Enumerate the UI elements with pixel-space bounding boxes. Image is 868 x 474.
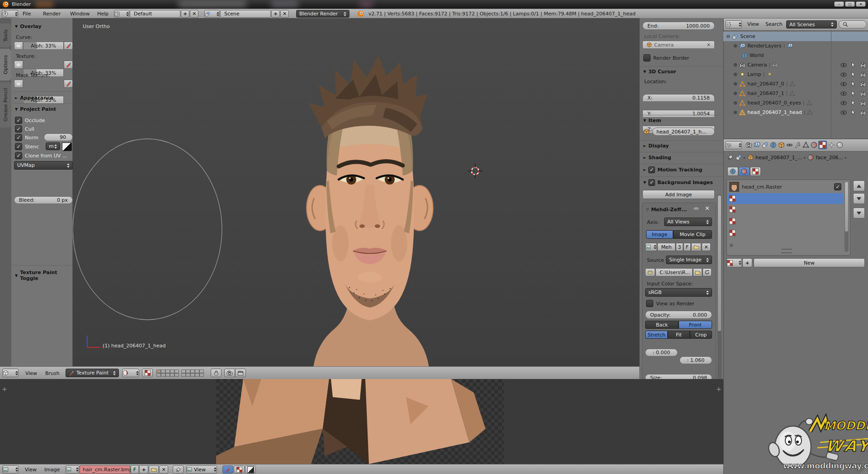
tab-material-icon[interactable] <box>811 142 817 148</box>
outliner-row-camera[interactable]: ⊕ Camera | <box>723 60 868 70</box>
stencil-checkbox[interactable]: ✓ <box>15 143 22 150</box>
uv-gradient-toggle[interactable] <box>245 465 256 474</box>
texture-slot-enabled-checkbox[interactable]: ✓ <box>834 183 841 190</box>
tab-options[interactable]: Options <box>0 49 11 81</box>
texture-brush-preview[interactable] <box>14 61 23 69</box>
tab-object-data-icon[interactable] <box>802 142 809 148</box>
stencil-layer-dropdown[interactable]: m <box>46 142 60 150</box>
viewport-3d[interactable]: User Ortho <box>73 18 639 366</box>
motion-tracking-checkbox[interactable]: ✓ <box>648 166 655 173</box>
expand-icon[interactable]: ⊕ <box>733 100 737 106</box>
tab-constraints-icon[interactable] <box>786 142 793 148</box>
texture-slot-row[interactable] <box>729 206 736 213</box>
uv-display-dropdown[interactable]: View <box>186 465 217 474</box>
item-panel-header[interactable]: ▼Item <box>643 118 661 123</box>
opengl-animation-button[interactable] <box>235 369 246 377</box>
screen-layout-field[interactable]: Default <box>130 10 180 18</box>
selectability-icon[interactable] <box>850 71 856 77</box>
expand-icon[interactable]: ⊕ <box>733 109 737 115</box>
outliner-row-world[interactable]: World <box>723 51 868 60</box>
image-tab[interactable]: Image <box>646 230 673 239</box>
visibility-eye-icon[interactable] <box>840 62 847 68</box>
slot-move-down-button[interactable] <box>853 193 865 204</box>
delete-layout-button[interactable]: ✕ <box>190 10 198 18</box>
list-scrollbar[interactable] <box>844 181 849 252</box>
uv-fake-user-button[interactable]: F <box>131 465 139 474</box>
shading-panel-header[interactable]: ►Shading <box>643 155 671 161</box>
uvmap-dropdown[interactable]: UVMap <box>14 161 73 170</box>
minimize-button[interactable]: – <box>834 1 844 7</box>
image-open-button[interactable] <box>691 243 701 251</box>
outliner-search-menu[interactable]: Search <box>765 21 783 27</box>
cull-checkbox[interactable]: ✓ <box>15 125 22 133</box>
layers-widget[interactable] <box>156 370 204 377</box>
outliner-row-hair1[interactable]: ⊕ hair_206407_1 | <box>723 89 868 98</box>
properties-editor-type-button[interactable] <box>726 141 742 149</box>
curve-brush-preview[interactable] <box>14 42 23 50</box>
texture-slot-row[interactable] <box>729 218 736 224</box>
list-resize-grip[interactable] <box>781 249 792 253</box>
renderability-icon[interactable] <box>860 81 866 87</box>
selectability-icon[interactable] <box>850 100 856 106</box>
add-scene-button[interactable]: + <box>271 10 280 18</box>
uv-pin-button[interactable] <box>173 465 184 474</box>
menu-window[interactable]: Window <box>70 11 90 17</box>
selectability-icon[interactable] <box>850 109 856 115</box>
display-panel-header[interactable]: ►Display <box>643 143 669 149</box>
stencil-mask-toggle[interactable] <box>62 142 72 151</box>
view-as-render-checkbox[interactable] <box>646 300 653 307</box>
curve-paint-icon[interactable] <box>64 42 73 50</box>
appearance-panel-header[interactable]: ►Appearance <box>15 95 53 101</box>
lock-button[interactable] <box>211 369 222 377</box>
scene-icon-button[interactable] <box>204 10 220 18</box>
uv-image-name-field[interactable]: hair_cm.Raster.bmp <box>80 465 130 474</box>
background-images-checkbox[interactable]: ✓ <box>648 179 655 186</box>
selectability-icon[interactable] <box>850 81 856 87</box>
slot-specials-button[interactable] <box>853 208 865 218</box>
image-users-button[interactable]: 3 <box>676 243 683 251</box>
outliner-row-scene[interactable]: ⊖ Scene <box>723 32 868 41</box>
movie-clip-tab[interactable]: Movie Clip <box>673 230 712 239</box>
mask-paint-icon[interactable] <box>64 80 73 88</box>
image-name-field[interactable]: Meh <box>657 243 675 251</box>
filepath-reload-button[interactable] <box>703 268 712 276</box>
outliner-row-lamp[interactable]: ⊕ Lamp | <box>723 70 868 79</box>
head-model[interactable] <box>282 31 458 366</box>
norm-angle-field[interactable]: 90 <box>44 133 73 141</box>
outliner-row-head-active[interactable]: ⊕ head_206407_1_head | <box>723 108 868 117</box>
breadcrumb-object-name[interactable]: head_206407_1_... <box>755 155 802 161</box>
texture-browse-button[interactable] <box>726 258 742 267</box>
offset-x-field[interactable]: : 0.000 <box>645 349 678 356</box>
uv-image-browse-button[interactable] <box>66 465 79 474</box>
collapse-icon[interactable]: ⊖ <box>726 33 730 39</box>
menu-file[interactable]: File <box>23 11 31 17</box>
image-fake-user-button[interactable]: F <box>684 243 691 251</box>
tab-modifiers-icon[interactable] <box>794 142 801 148</box>
visibility-eye-icon[interactable] <box>840 109 847 116</box>
slot-move-up-button[interactable] <box>853 180 865 191</box>
world-texture-toggle[interactable] <box>727 167 738 176</box>
clone-from-uv-checkbox[interactable]: ✓ <box>15 152 22 159</box>
filepath-field[interactable]: C:\Users\R... <box>656 268 693 276</box>
bg-image-entry-header[interactable]: ▽Mehdi-Zeff... <box>646 207 687 213</box>
outliner-row-hair0[interactable]: ⊕ hair_206407_0 | <box>723 79 868 89</box>
stretch-button[interactable]: Stretch <box>645 331 668 339</box>
tab-render-icon[interactable] <box>745 142 752 148</box>
opacity-slider[interactable]: Opacity:0.000 <box>645 311 712 319</box>
fit-button[interactable]: Fit <box>668 331 690 339</box>
renderability-icon[interactable] <box>860 71 866 78</box>
renderability-icon[interactable] <box>860 109 866 116</box>
outliner-search-field[interactable] <box>839 20 867 28</box>
breadcrumb-material-name[interactable]: face_206... <box>816 155 843 161</box>
mode-dropdown[interactable]: Texture Paint <box>66 369 119 377</box>
item-name-field[interactable]: head_206407_1_h... <box>652 128 715 136</box>
screen-layout-icon-button[interactable] <box>114 10 129 18</box>
add-layout-button[interactable]: + <box>181 10 189 18</box>
material-texture-toggle[interactable] <box>739 167 750 176</box>
uv-new-image-button[interactable]: + <box>139 465 148 474</box>
tab-render-layers-icon[interactable] <box>754 142 760 148</box>
outliner-scope-dropdown[interactable]: All Scenes <box>786 20 837 28</box>
uv-view-menu[interactable]: View <box>25 467 37 473</box>
visibility-eye-icon[interactable] <box>840 100 847 106</box>
outliner-row-renderlayers[interactable]: ⊕ RenderLayers | <box>723 41 868 51</box>
